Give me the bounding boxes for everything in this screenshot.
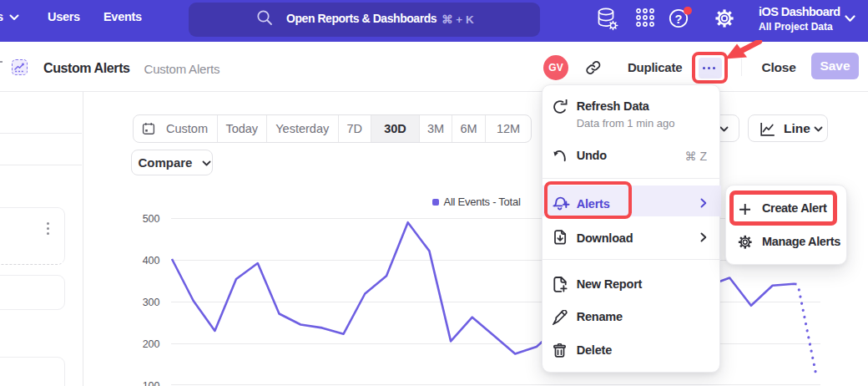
svg-text:?: ? (675, 13, 683, 26)
svg-text:200: 200 (143, 338, 160, 350)
svg-text:400: 400 (143, 255, 160, 267)
svg-text:300: 300 (143, 297, 160, 308)
svg-text:100: 100 (143, 380, 160, 386)
svg-text:500: 500 (143, 213, 160, 225)
